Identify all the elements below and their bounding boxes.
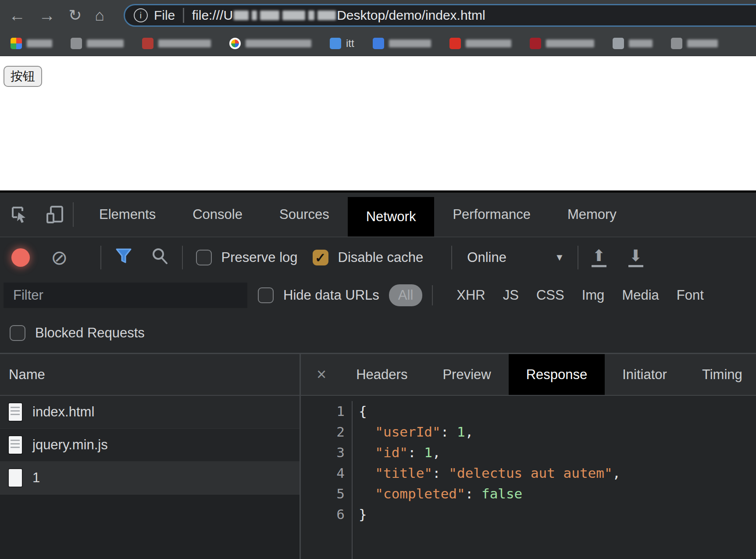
- reload-icon[interactable]: ↻: [68, 7, 82, 23]
- preserve-log-label[interactable]: Preserve log: [221, 250, 298, 265]
- bookmark-favicon: [330, 38, 341, 49]
- code-token: :: [441, 424, 457, 440]
- bookmark-item[interactable]: itt: [330, 37, 354, 50]
- record-button[interactable]: [11, 248, 30, 267]
- page-info-icon[interactable]: i: [134, 8, 148, 22]
- blocked-requests-label[interactable]: Blocked Requests: [35, 325, 145, 341]
- bookmark-label-blur: [27, 39, 52, 47]
- page-viewport: 按钮: [0, 56, 756, 190]
- table-row[interactable]: 1: [0, 462, 300, 494]
- clear-icon[interactable]: ⊘: [51, 247, 68, 268]
- bookmark-favicon: [71, 38, 82, 49]
- request-name: index.html: [32, 404, 94, 420]
- bookmark-label-blur: [389, 39, 431, 47]
- bookmark-item[interactable]: [11, 38, 52, 49]
- code-token: 1: [457, 424, 465, 440]
- url-prefix: file:///U: [192, 8, 233, 23]
- request-detail-panel: × HeadersPreviewResponseInitiatorTiming …: [301, 354, 756, 559]
- tab-elements[interactable]: Elements: [81, 193, 174, 236]
- hide-data-urls-label[interactable]: Hide data URLs: [283, 287, 379, 303]
- bookmark-item[interactable]: [71, 38, 124, 49]
- requests-table: Name index.htmljquery.min.js1: [0, 354, 301, 559]
- detail-tab-response[interactable]: Response: [509, 354, 605, 395]
- tab-network[interactable]: Network: [348, 197, 435, 236]
- network-toolbar: ⊘ Preserve log ✓ Disable cache Online: [0, 236, 756, 278]
- code-token: :: [432, 465, 449, 481]
- bookmark-favicon: [373, 38, 384, 49]
- import-har-icon[interactable]: ⬆: [592, 248, 606, 267]
- bookmark-item[interactable]: [373, 38, 431, 49]
- detail-tab-initiator[interactable]: Initiator: [605, 354, 685, 395]
- filter-type-css[interactable]: CSS: [536, 287, 564, 303]
- response-json-body: { "userId": 1, "id": 1, "title": "delect…: [353, 401, 620, 559]
- close-icon[interactable]: ×: [314, 354, 339, 395]
- code-token: {: [359, 403, 367, 419]
- filter-type-img[interactable]: Img: [582, 287, 605, 303]
- bookmark-item[interactable]: [142, 38, 211, 49]
- filter-type-font[interactable]: Font: [677, 287, 704, 303]
- back-icon[interactable]: ←: [9, 7, 25, 24]
- home-icon[interactable]: ⌂: [95, 7, 104, 23]
- disable-cache-label[interactable]: Disable cache: [338, 250, 424, 265]
- bookmark-favicon: [671, 38, 682, 49]
- bookmark-item[interactable]: [229, 38, 311, 49]
- code-token: }: [359, 506, 367, 522]
- network-panels: Name index.htmljquery.min.js1 × HeadersP…: [0, 353, 756, 559]
- disable-cache-checkbox[interactable]: ✓: [313, 250, 328, 265]
- bookmark-item[interactable]: [449, 38, 511, 49]
- bookmark-label-blur: [246, 39, 311, 47]
- table-row[interactable]: index.html: [0, 396, 300, 429]
- blocked-requests-checkbox[interactable]: [10, 325, 25, 341]
- response-viewer[interactable]: 123456 { "userId": 1, "id": 1, "title": …: [301, 396, 756, 559]
- bookmark-label-blur: [687, 39, 718, 47]
- bookmark-favicon: [530, 38, 541, 49]
- detail-tab-timing[interactable]: Timing: [685, 354, 756, 395]
- forward-icon[interactable]: →: [39, 7, 55, 24]
- page-button[interactable]: 按钮: [4, 66, 42, 87]
- code-token: [359, 465, 375, 481]
- filter-type-media[interactable]: Media: [622, 287, 659, 303]
- hide-data-urls-checkbox[interactable]: [258, 287, 274, 303]
- name-column-header[interactable]: Name: [0, 354, 300, 396]
- filter-type-js[interactable]: JS: [503, 287, 519, 303]
- code-token: ,: [432, 444, 441, 460]
- bookmark-favicon: [229, 38, 241, 49]
- filter-funnel-icon[interactable]: [114, 247, 133, 269]
- bookmark-label-blur: [629, 39, 653, 47]
- line-number: 3: [301, 442, 345, 463]
- throttling-dropdown[interactable]: Online ▼: [467, 250, 564, 265]
- bookmark-item[interactable]: [613, 38, 653, 49]
- url-redacted-blur: [234, 11, 336, 20]
- code-line: "userId": 1,: [359, 422, 620, 442]
- filter-type-all[interactable]: All: [389, 284, 422, 306]
- bookmark-item[interactable]: [671, 38, 718, 49]
- table-row[interactable]: jquery.min.js: [0, 429, 300, 462]
- bookmark-item[interactable]: [530, 38, 594, 49]
- browser-window: ← → ↻ ⌂ i File file:///U Desktop/demo/in…: [0, 0, 756, 559]
- search-icon[interactable]: [150, 247, 169, 269]
- scheme-label: File: [154, 8, 175, 23]
- bookmark-label-blur: [87, 39, 124, 47]
- tab-memory[interactable]: Memory: [549, 193, 635, 236]
- code-line: "id": 1,: [359, 442, 620, 463]
- document-icon: [9, 403, 22, 421]
- device-toolbar-icon[interactable]: [45, 204, 66, 225]
- tab-console[interactable]: Console: [174, 193, 261, 236]
- code-token: "id": [375, 444, 408, 460]
- address-bar[interactable]: i File file:///U Desktop/demo/index.html: [124, 4, 756, 27]
- detail-tab-preview[interactable]: Preview: [425, 354, 508, 395]
- bookmark-favicon: [11, 38, 22, 49]
- tabbar-separator: [73, 202, 74, 227]
- filter-type-separator: [432, 285, 433, 305]
- preserve-log-checkbox[interactable]: [196, 250, 212, 265]
- filter-input[interactable]: [4, 283, 247, 308]
- inspect-element-icon[interactable]: [10, 204, 30, 225]
- line-number-gutter: 123456: [301, 401, 353, 559]
- tab-performance[interactable]: Performance: [434, 193, 549, 236]
- bookmark-label: itt: [346, 37, 354, 50]
- filter-type-xhr[interactable]: XHR: [456, 287, 485, 303]
- detail-tab-headers[interactable]: Headers: [339, 354, 425, 395]
- tab-sources[interactable]: Sources: [261, 193, 348, 236]
- bookmarks-bar: itt: [0, 31, 756, 56]
- export-har-icon[interactable]: ⬇: [628, 248, 643, 267]
